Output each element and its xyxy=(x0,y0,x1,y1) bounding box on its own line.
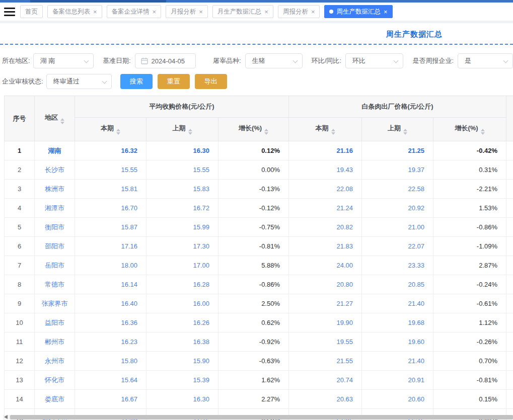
cell-extra xyxy=(506,294,513,313)
species-label: 屠宰品种: xyxy=(213,56,241,65)
audit-status-select[interactable]: 终审通过 xyxy=(46,74,112,89)
tab-1[interactable]: 备案信息列表× xyxy=(47,5,102,18)
cell-extra xyxy=(506,332,513,352)
cell-carcass-growth: -0.86% xyxy=(433,218,506,237)
scroll-left-arrow-icon[interactable] xyxy=(4,415,8,419)
col-header-purchase-previous[interactable]: 上期 xyxy=(146,118,218,141)
cell-region[interactable]: 株洲市 xyxy=(35,180,75,199)
cell-carcass-current: 20.63 xyxy=(289,390,362,409)
table-row[interactable]: 11 郴州市 16.23 16.38 -0.92% 19.55 19.60 -0… xyxy=(5,332,513,352)
col-header-purchase-current[interactable]: 本期 xyxy=(75,118,146,141)
table-row[interactable]: 7 岳阳市 18.00 17.00 5.88% 24.00 23.33 2.87… xyxy=(5,256,513,275)
cell-purchase-growth: 2.27% xyxy=(218,390,289,409)
cell-purchase-current: 16.40 xyxy=(75,294,146,313)
tab-3[interactable]: 月报分析× xyxy=(166,5,208,18)
tab-5[interactable]: 周报分析× xyxy=(278,5,320,18)
cell-region[interactable]: 湘潭市 xyxy=(35,199,75,218)
table-row[interactable]: 4 湘潭市 16.70 16.72 -0.12% 21.24 20.92 1.5… xyxy=(5,199,513,218)
cell-region[interactable]: 永州市 xyxy=(35,352,75,371)
cell-region[interactable]: 邵阳市 xyxy=(35,237,75,256)
tab-close-icon[interactable]: × xyxy=(311,9,315,15)
tab-0[interactable]: 首页 xyxy=(20,5,43,18)
table-row[interactable]: 13 怀化市 15.64 15.39 1.62% 20.74 20.91 -0.… xyxy=(5,371,513,390)
table-row[interactable]: 14 娄底市 16.67 16.30 2.27% 20.63 20.60 0.1… xyxy=(5,390,513,409)
col-header-carcass-previous[interactable]: 上期 xyxy=(362,118,433,141)
scrollbar-thumb[interactable] xyxy=(10,415,513,419)
cell-region[interactable]: 郴州市 xyxy=(35,332,75,352)
tab-6[interactable]: 周生产数据汇总× xyxy=(324,5,392,18)
table-row[interactable]: 12 永州市 15.80 15.90 -0.63% 21.55 21.40 0.… xyxy=(5,352,513,371)
sort-icon xyxy=(331,129,335,135)
cell-region[interactable]: 怀化市 xyxy=(35,371,75,390)
horizontal-scrollbar[interactable] xyxy=(3,415,513,419)
table-row[interactable]: 3 株洲市 15.81 15.83 -0.13% 22.08 22.58 -2.… xyxy=(5,180,513,199)
tab-close-icon[interactable]: × xyxy=(384,9,388,15)
cell-carcass-previous: 19.37 xyxy=(362,160,433,180)
cell-carcass-current: 24.00 xyxy=(289,256,362,275)
cell-carcass-previous: 20.85 xyxy=(362,275,433,294)
cell-carcass-previous: 22.58 xyxy=(362,180,433,199)
tab-label: 周报分析 xyxy=(283,8,308,16)
tab-label: 月报分析 xyxy=(171,8,196,16)
cell-region[interactable]: 常德市 xyxy=(35,275,75,294)
table-row[interactable]: 1 湖南 16.32 16.30 0.12% 21.16 21.25 -0.42… xyxy=(5,141,513,160)
cell-carcass-previous: 19.68 xyxy=(362,313,433,332)
cell-region[interactable]: 长沙市 xyxy=(35,160,75,180)
tab-label: 月生产数据汇总 xyxy=(217,8,262,16)
cell-carcass-previous: 21.00 xyxy=(362,218,433,237)
tab-close-icon[interactable]: × xyxy=(199,9,203,15)
compare-select[interactable]: 环比 xyxy=(345,53,404,68)
table-row[interactable]: 5 衡阳市 15.87 15.99 -0.75% 20.82 21.00 -0.… xyxy=(5,218,513,237)
region-select[interactable]: 湖 南 xyxy=(33,53,94,68)
export-button[interactable]: 导出 xyxy=(195,74,227,89)
cell-carcass-current: 20.74 xyxy=(289,371,362,390)
cell-carcass-current: 21.24 xyxy=(289,199,362,218)
cell-extra xyxy=(506,275,513,294)
table-row[interactable]: 10 益阳市 16.36 16.26 0.62% 19.90 19.68 1.1… xyxy=(5,313,513,332)
base-date-input[interactable]: 2024-04-05 xyxy=(135,53,196,68)
sort-icon xyxy=(264,129,268,135)
weekly-enterprise-select[interactable]: 是 xyxy=(458,53,513,68)
cell-region[interactable]: 衡阳市 xyxy=(35,218,75,237)
cell-extra xyxy=(506,160,513,180)
table-row[interactable]: 8 常德市 16.14 16.28 -0.86% 20.80 20.85 -0.… xyxy=(5,275,513,294)
tab-close-icon[interactable]: × xyxy=(264,9,268,15)
table-row[interactable]: 2 长沙市 15.55 15.55 0.00% 19.43 19.37 0.31… xyxy=(5,160,513,180)
species-select[interactable]: 生猪 xyxy=(245,53,303,68)
tab-2[interactable]: 备案企业详情× xyxy=(107,5,162,18)
tab-close-icon[interactable]: × xyxy=(153,9,157,15)
cell-region[interactable]: 湖南 xyxy=(35,141,75,160)
cell-region[interactable]: 娄底市 xyxy=(35,390,75,409)
cell-region[interactable]: 岳阳市 xyxy=(35,256,75,275)
cell-purchase-previous: 15.55 xyxy=(146,160,218,180)
tab-close-icon[interactable]: × xyxy=(93,9,97,15)
cell-purchase-current: 15.64 xyxy=(75,371,146,390)
cell-region[interactable]: 张家界市 xyxy=(35,294,75,313)
reset-button[interactable]: 重置 xyxy=(158,74,190,89)
cell-purchase-previous: 15.39 xyxy=(146,371,218,390)
col-header-purchase-growth[interactable]: 增长(%) xyxy=(218,118,289,141)
cell-purchase-previous: 16.38 xyxy=(146,332,218,352)
cell-seq: 11 xyxy=(5,332,35,352)
cell-carcass-previous: 20.92 xyxy=(362,199,433,218)
table-row[interactable]: 6 邵阳市 17.16 17.30 -0.81% 21.83 22.07 -1.… xyxy=(5,237,513,256)
region-select-value: 湖 南 xyxy=(40,56,55,65)
col-header-carcass-current[interactable]: 本期 xyxy=(289,118,362,141)
table-row[interactable]: 9 张家界市 16.40 16.00 2.50% 21.27 21.40 -0.… xyxy=(5,294,513,313)
tab-4[interactable]: 月生产数据汇总× xyxy=(212,5,273,18)
col-header-region[interactable]: 地区 xyxy=(35,96,75,141)
col-header-carcass-growth[interactable]: 增长(%) xyxy=(433,118,506,141)
cell-carcass-current: 19.90 xyxy=(289,313,362,332)
cell-purchase-previous: 17.30 xyxy=(146,237,218,256)
cell-carcass-current: 21.55 xyxy=(289,352,362,371)
weekly-enterprise-select-value: 是 xyxy=(465,56,471,65)
cell-carcass-growth: -0.26% xyxy=(433,332,506,352)
search-button[interactable]: 搜索 xyxy=(120,74,153,89)
region-label: 所在地区: xyxy=(2,56,30,65)
cell-region[interactable]: 益阳市 xyxy=(35,313,75,332)
active-tab-dot-icon xyxy=(329,10,333,14)
menu-icon[interactable] xyxy=(4,8,15,16)
cell-carcass-previous: 22.07 xyxy=(362,237,433,256)
top-progress-strip xyxy=(0,0,513,3)
cell-seq: 3 xyxy=(5,180,35,199)
